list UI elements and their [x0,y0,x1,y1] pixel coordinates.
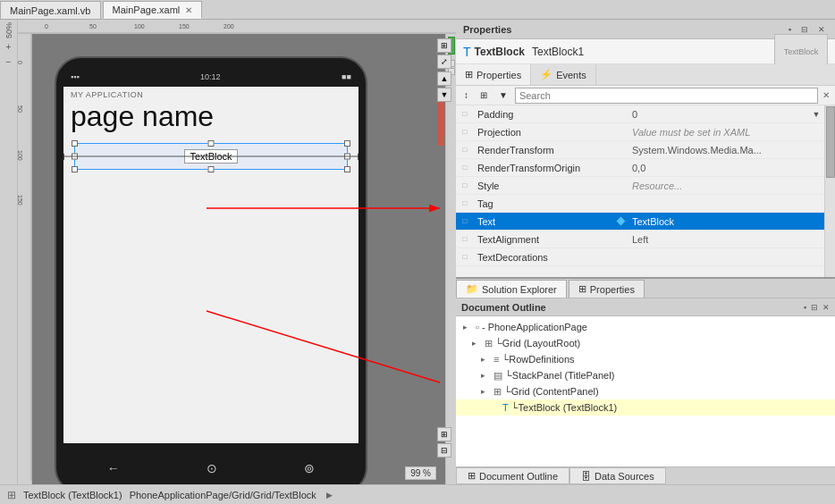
arrow-left [63,154,64,161]
prop-ta-checkbox[interactable]: □ [456,235,474,243]
svg-text:100: 100 [18,150,23,161]
svg-text:150: 150 [18,195,23,206]
doc-outline-pin-icon[interactable]: ▪ [804,303,806,312]
nav-zoom-icon[interactable]: ⤢ [437,55,451,69]
prop-row-textalignment: □ TextAlignment Left [456,231,824,248]
doc-outline-tab-icon: ⊞ [468,470,476,482]
prop-projection-checkbox[interactable]: □ [456,128,474,136]
prop-row-text[interactable]: □ Text TextBlock [456,213,824,231]
nav-collapse-icon[interactable]: ⊟ [437,443,451,458]
prop-row-padding: □ Padding 0 ▼ [456,105,824,123]
prop-rto-name: RenderTransformOrigin [474,163,612,173]
tree-title-panel-label: └StackPanel (TitlePanel) [505,370,614,381]
phone-search-icon[interactable]: ⊚ [304,461,315,475]
tab-properties[interactable]: ⊞ Properties [456,64,531,85]
prop-td-checkbox[interactable]: □ [456,253,474,261]
close-tab-icon[interactable]: ✕ [185,5,192,15]
prop-rt-name: RenderTransform [474,145,612,155]
handle-bottom[interactable] [208,166,215,172]
props-scrollbar-thumb[interactable] [826,106,835,178]
phone-page-title: page name [71,101,351,132]
tree-item-phone-page[interactable]: ▸ ▫ - PhoneApplicationPage [456,319,835,335]
props-tab-label: Properties [477,70,521,80]
tree-expand-4: ▸ [481,371,492,380]
prop-projection-value[interactable]: Value must be set in XAML [628,127,824,138]
search-input[interactable] [515,88,818,104]
tab-events[interactable]: ⚡ Events [531,64,596,85]
prop-text-checkbox[interactable]: □ [456,217,474,225]
prop-rt-value[interactable]: System.Windows.Media.Ma... [628,145,824,155]
search-clear-icon[interactable]: ✕ [821,90,831,100]
tree-item-title-panel[interactable]: ▸ ▤ └StackPanel (TitlePanel) [456,367,835,383]
bottom-tab-doc-outline[interactable]: ⊞ Document Outline [456,467,569,484]
handle-top[interactable] [208,140,215,147]
nav-fit-icon[interactable]: ⊞ [437,38,451,53]
phone-app-content: MY APPLICATION page name [63,87,358,443]
bottom-tab-data-sources[interactable]: 🗄 Data Sources [569,467,666,484]
sol-props-icon: ⊞ [578,283,586,295]
handle-br[interactable] [344,166,350,172]
sort-alpha-icon[interactable]: ↕ [460,88,473,102]
events-tab-label: Events [556,70,586,80]
zoom-in-icon[interactable]: + [4,40,13,54]
props-tab-icon: ⊞ [465,69,473,80]
tree-layout-root-label: └Grid (LayoutRoot) [495,338,580,349]
tree-item-textblock1[interactable]: T └TextBlock (TextBlock1) [456,399,835,416]
tab-mainpage-vb[interactable]: MainPage.xaml.vb [0,1,101,19]
solution-explorer-tabs: 📁 Solution Explorer ⊞ Properties [456,279,835,298]
data-sources-tab-label: Data Sources [595,471,654,482]
prop-padding-value[interactable]: 0 [628,109,808,120]
design-panel: 50% + − 0 50 100 [0,20,456,484]
prop-style-checkbox[interactable]: □ [456,181,474,189]
side-ruler: 0 50 100 150 [18,34,32,484]
props-scrollbar[interactable] [824,105,835,277]
doc-outline-controls: ▪ ⊟ ✕ [804,303,830,312]
nav-down-icon[interactable]: ▼ [437,88,451,102]
prop-rto-checkbox[interactable]: □ [456,164,474,172]
tree-expand-1: ▸ [463,323,474,332]
prop-rto-value[interactable]: 0,0 [628,163,824,173]
phone-app-header: MY APPLICATION page name [63,87,358,136]
phone-home-icon[interactable]: ⊙ [207,461,217,475]
bottom-status-tabs-bar: ⊞ Document Outline 🗄 Data Sources [456,466,835,484]
prop-tag-checkbox[interactable]: □ [456,199,474,207]
prop-padding-dropdown[interactable]: ▼ [808,110,824,119]
nav-expand-icon[interactable]: ⊞ [437,427,451,441]
tab-mainpage-vb-label: MainPage.xaml.vb [10,5,91,16]
handle-tr[interactable] [344,140,350,147]
tab-solution-explorer[interactable]: 📁 Solution Explorer [456,280,567,298]
tab-mainpage-xaml[interactable]: MainPage.xaml ✕ [103,1,203,19]
svg-text:100: 100 [134,23,145,29]
prop-style-value[interactable]: Resource... [628,181,824,191]
status-bar: ⊞ TextBlock (TextBlock1) PhoneApplicatio… [0,484,835,504]
tree-item-content-panel[interactable]: ▸ ⊞ └Grid (ContentPanel) [456,383,835,399]
tree-item-layout-root[interactable]: ▸ ⊞ └Grid (LayoutRoot) [456,335,835,351]
doc-outline-close-icon[interactable]: ✕ [822,303,830,312]
phone-time: 10:12 [200,72,221,81]
prop-ta-value[interactable]: Left [628,234,824,245]
doc-outline-dock-icon[interactable]: ⊟ [811,303,818,312]
prop-text-value[interactable]: TextBlock [628,216,824,227]
props-scroll-container[interactable]: □ Padding 0 ▼ □ Projection Value must be… [456,105,824,277]
tree-expand-6 [490,403,501,412]
prop-padding-checkbox[interactable]: □ [456,110,474,118]
phone-back-icon[interactable]: ← [107,461,120,475]
tree-item-row-defs[interactable]: ▸ ≡ └RowDefinitions [456,351,835,367]
filter-icon[interactable]: ▼ [494,88,512,102]
handle-tl[interactable] [72,140,78,147]
tree-expand-3: ▸ [481,355,492,364]
handle-bl[interactable] [72,166,78,172]
prop-style-name: Style [474,181,612,191]
top-ruler: 0 50 100 150 200 [18,20,456,34]
zoom-out-icon[interactable]: − [4,55,13,69]
status-more-icon[interactable]: ▶ [326,491,333,500]
group-icon[interactable]: ⊞ [476,88,492,102]
prop-row-style: □ Style Resource... [456,177,824,195]
prop-rt-checkbox[interactable]: □ [456,146,474,154]
textblock-selection[interactable]: TextBlock [74,143,348,170]
tab-sol-properties[interactable]: ⊞ Properties [569,280,645,298]
prop-padding-name: Padding [474,109,612,120]
doc-outline-tree[interactable]: ▸ ▫ - PhoneApplicationPage ▸ ⊞ └Grid (La… [456,316,835,466]
nav-up-icon[interactable]: ▲ [437,71,451,86]
prop-projection-name: Projection [474,127,612,138]
